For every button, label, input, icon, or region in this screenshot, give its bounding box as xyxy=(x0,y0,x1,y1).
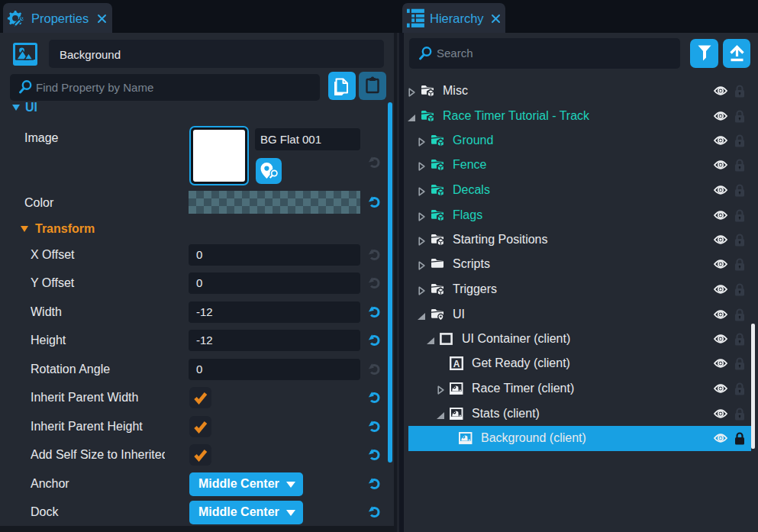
svg-text:A: A xyxy=(453,359,460,369)
